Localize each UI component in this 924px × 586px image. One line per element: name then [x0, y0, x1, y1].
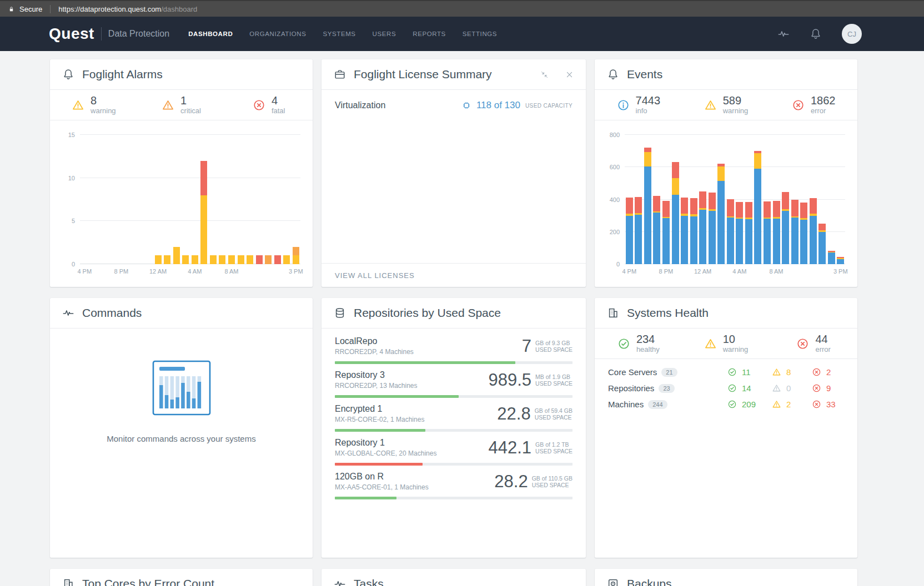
- warning-count: 0: [786, 383, 791, 393]
- healthy-count: 11: [742, 367, 751, 377]
- repo-name: LocalRepo: [335, 336, 414, 347]
- activity-icon[interactable]: [777, 28, 790, 40]
- error-icon: [812, 383, 821, 393]
- brand: Quest Data Protection: [49, 25, 169, 43]
- building-icon: [607, 307, 619, 319]
- close-icon[interactable]: [565, 70, 574, 79]
- repo-used-unit: MB of 1.9 GBUSED SPACE: [535, 373, 573, 387]
- nav-item-users[interactable]: USERS: [373, 31, 396, 37]
- repo-usage-fill: [335, 497, 396, 499]
- alarms-chart: 051015 4 PM8 PM12 AM4 AM8 AM3 PM: [50, 120, 313, 279]
- health-row-repositories: Repositories231409: [608, 380, 844, 396]
- alarms-bar: [256, 135, 263, 264]
- nav-menu: DASHBOARDORGANIZATIONSSYSTEMSUSERSREPORT…: [188, 31, 497, 37]
- healthy-icon: [617, 337, 630, 350]
- alarms-bar: [137, 135, 143, 264]
- nav-right: CJ: [777, 24, 862, 44]
- stat-warning: 10warning: [682, 334, 770, 353]
- repo-usage-track: [335, 497, 573, 499]
- license-row: Virtualization 118 of 130 USED CAPACITY: [322, 90, 586, 121]
- nav-item-systems[interactable]: SYSTEMS: [323, 31, 355, 37]
- repo-usage-track: [335, 463, 573, 466]
- events-bar: [681, 135, 688, 264]
- warning-count: 8: [786, 367, 791, 377]
- events-bar: [773, 135, 780, 264]
- view-all-licenses-link[interactable]: VIEW ALL LICENSES: [335, 271, 415, 280]
- alarms-xaxis: 4 PM8 PM12 AM4 AM8 AM3 PM: [80, 264, 300, 279]
- alarms-bar: [228, 135, 235, 264]
- lock-icon: [8, 6, 15, 13]
- count-badge: 23: [659, 384, 674, 393]
- stat-label: warning: [723, 345, 749, 353]
- warning-icon: [704, 337, 717, 350]
- events-bar: [745, 135, 752, 264]
- alarms-bar: [274, 135, 281, 264]
- events-bar: [717, 135, 725, 264]
- alarms-bar: [192, 135, 198, 264]
- dashboard-grid: Foglight Alarms 8warning1critical4fatal …: [50, 59, 868, 586]
- health-row-core-servers: Core Servers211182: [608, 364, 844, 380]
- x-tick-label: 3 PM: [289, 268, 303, 275]
- events-bar: [672, 135, 679, 264]
- repo-usage-track: [335, 429, 573, 432]
- repo-row: Repository 1MX-GLOBAL-CORE, 20 Machines4…: [335, 437, 573, 466]
- alarms-bar: [219, 135, 225, 264]
- events-chart: 0200400600800 4 PM8 PM12 AM4 AM8 AM3 PM: [595, 120, 857, 279]
- events-bar: [690, 135, 697, 264]
- x-tick-label: 8 PM: [114, 268, 129, 275]
- card-title: Backups: [627, 577, 672, 586]
- x-tick-label: 12 AM: [694, 268, 711, 275]
- user-avatar[interactable]: CJ: [842, 24, 862, 44]
- nav-item-settings[interactable]: SETTINGS: [463, 31, 497, 37]
- top-navbar: Quest Data Protection DASHBOARDORGANIZAT…: [0, 17, 924, 51]
- healthy-icon: [727, 383, 737, 393]
- events-stats: 7443info589warning1862error: [595, 90, 857, 120]
- repo-used-unit: GB of 1.2 TBUSED SPACE: [535, 441, 573, 454]
- repo-usage-fill: [335, 361, 515, 364]
- repo-name: Repository 3: [335, 370, 418, 381]
- stat-value: 234: [636, 334, 660, 345]
- nav-item-reports[interactable]: REPORTS: [413, 31, 446, 37]
- stat-healthy: 234healthy: [595, 334, 682, 353]
- y-tick-label: 15: [68, 132, 75, 138]
- nav-item-dashboard[interactable]: DASHBOARD: [188, 31, 233, 37]
- repo-usage-fill: [335, 429, 425, 432]
- pulse-icon: [334, 578, 346, 586]
- events-bar: [644, 135, 651, 264]
- collapse-icon[interactable]: [540, 70, 549, 79]
- stat-label: warning: [723, 107, 749, 115]
- card-commands: Commands Monitor commands ac: [50, 298, 313, 558]
- x-tick-label: 8 AM: [224, 268, 238, 275]
- events-bar: [626, 135, 633, 264]
- address-divider: [50, 5, 51, 13]
- nav-item-organizations[interactable]: ORGANIZATIONS: [249, 31, 306, 37]
- stat-label: fatal: [272, 107, 285, 115]
- card-backups: Backups: [595, 569, 857, 586]
- events-bar: [791, 135, 799, 264]
- x-tick-label: 3 PM: [833, 268, 848, 275]
- warning-icon: [772, 400, 781, 409]
- warning-icon: [772, 367, 781, 377]
- repo-detail: MX-R5-CORE-02, 1 Machines: [335, 416, 424, 424]
- alarms-bar: [155, 135, 162, 264]
- fatal-icon: [253, 99, 265, 112]
- error-icon: [796, 337, 809, 350]
- stat-error: 1862error: [770, 95, 857, 115]
- x-tick-label: 4 AM: [188, 268, 202, 275]
- critical-icon: [162, 99, 174, 112]
- browser-address-bar[interactable]: Secure https://dataprotection.quest.com/…: [0, 0, 924, 17]
- stat-info: 7443info: [595, 95, 682, 115]
- events-bar: [764, 135, 771, 264]
- stat-warning: 8warning: [50, 95, 138, 115]
- repo-used-value: 989.5: [489, 370, 532, 390]
- notifications-bell-icon[interactable]: [810, 28, 822, 40]
- repo-usage-track: [335, 361, 573, 364]
- alarms-stats: 8warning1critical4fatal: [50, 90, 313, 120]
- stat-warning: 589warning: [682, 95, 770, 115]
- x-tick-label: 4 PM: [622, 268, 636, 275]
- health-row-label: Core Servers21: [608, 367, 677, 377]
- stat-value: 589: [723, 95, 749, 107]
- database-icon: [334, 307, 346, 319]
- alarms-bar: [118, 135, 124, 264]
- url-text[interactable]: https://dataprotection.quest.com/dashboa…: [58, 5, 197, 13]
